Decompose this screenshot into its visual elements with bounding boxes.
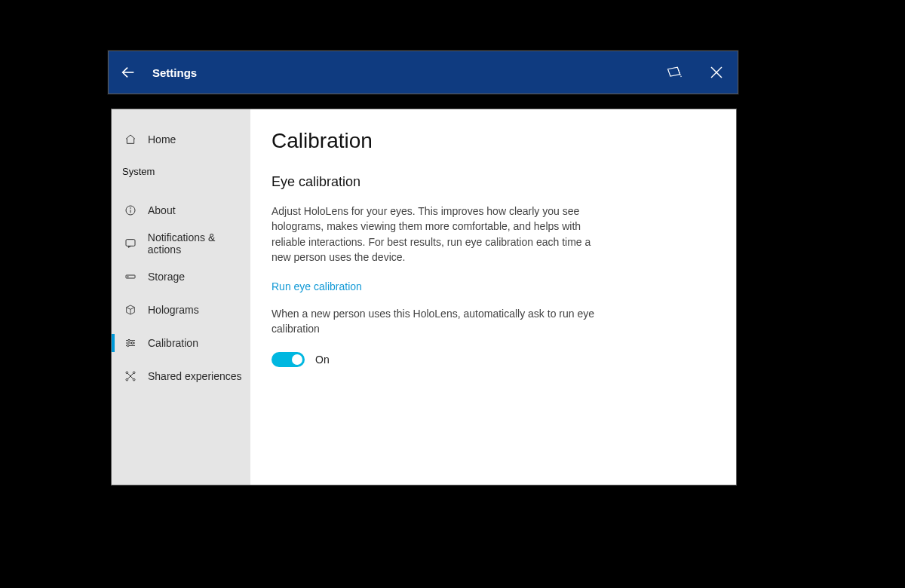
settings-window: Home System About Notifications & action… — [111, 109, 737, 485]
svg-rect-8 — [126, 240, 135, 247]
back-arrow-icon — [120, 64, 137, 81]
sidebar-item-label: Storage — [148, 271, 185, 283]
sidebar-item-notifications[interactable]: Notifications & actions — [112, 227, 250, 260]
toggle-description: When a new person uses this HoloLens, au… — [272, 306, 596, 337]
follow-me-icon — [666, 65, 683, 80]
auto-calibration-toggle-row: On — [272, 352, 709, 367]
svg-point-19 — [126, 372, 128, 374]
sidebar-item-label: Holograms — [148, 304, 199, 316]
sidebar-item-label: About — [148, 204, 176, 216]
holograms-icon — [124, 303, 137, 317]
svg-point-14 — [131, 342, 133, 345]
section-description: Adjust HoloLens for your eyes. This impr… — [272, 204, 596, 265]
sidebar: Home System About Notifications & action… — [112, 109, 250, 485]
follow-me-button[interactable] — [653, 51, 695, 93]
svg-line-2 — [680, 75, 682, 77]
svg-point-7 — [130, 208, 131, 209]
sidebar-category-system[interactable]: System — [112, 156, 250, 186]
sidebar-item-label: Notifications & actions — [148, 231, 250, 256]
sidebar-item-label: System — [122, 166, 155, 177]
toggle-state-label: On — [315, 354, 330, 366]
title-bar: Settings — [108, 51, 738, 94]
svg-point-22 — [133, 378, 135, 381]
sidebar-item-about[interactable]: About — [112, 194, 250, 227]
sidebar-item-calibration[interactable]: Calibration — [112, 326, 250, 360]
sidebar-item-storage[interactable]: Storage — [112, 260, 250, 293]
sidebar-item-shared-experiences[interactable]: Shared experiences — [112, 360, 250, 393]
calibration-icon — [124, 336, 137, 350]
sidebar-item-label: Home — [148, 133, 176, 145]
svg-point-12 — [128, 339, 130, 341]
close-icon — [710, 66, 723, 79]
svg-line-1 — [677, 67, 680, 74]
close-button[interactable] — [695, 51, 738, 93]
sidebar-item-label: Shared experiences — [148, 370, 242, 382]
svg-point-16 — [127, 345, 129, 347]
svg-point-21 — [126, 378, 128, 381]
shared-experiences-icon — [124, 369, 137, 383]
sidebar-item-holograms[interactable]: Holograms — [112, 293, 250, 326]
sidebar-item-home[interactable]: Home — [112, 123, 250, 156]
back-button[interactable] — [109, 51, 148, 93]
info-icon — [124, 204, 137, 217]
storage-icon — [124, 270, 137, 283]
section-heading: Eye calibration — [272, 174, 709, 190]
notifications-icon — [124, 237, 137, 250]
svg-point-10 — [127, 276, 128, 277]
run-eye-calibration-link[interactable]: Run eye calibration — [272, 280, 362, 292]
page-heading: Calibration — [272, 129, 709, 153]
window-title: Settings — [152, 66, 197, 79]
sidebar-item-label: Calibration — [148, 337, 198, 349]
content-area: Calibration Eye calibration Adjust HoloL… — [250, 109, 736, 485]
auto-calibration-toggle[interactable] — [272, 352, 305, 367]
svg-point-20 — [133, 372, 135, 374]
home-icon — [124, 133, 137, 146]
